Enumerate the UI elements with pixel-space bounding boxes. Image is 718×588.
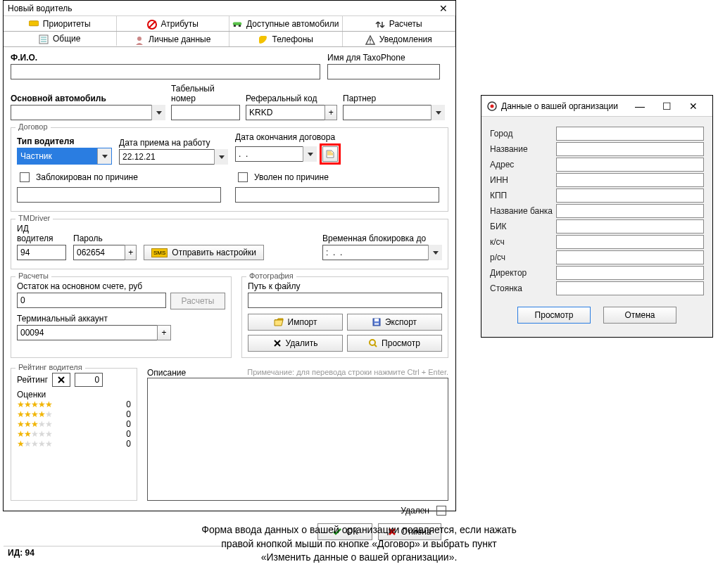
field-label: Адрес [490, 160, 556, 170]
tempblock-input[interactable] [322, 245, 442, 260]
org-cancel-button[interactable]: Отмена [603, 307, 676, 324]
preview-photo-button[interactable]: Просмотр [347, 335, 442, 352]
taxophone-label: Имя для TaxoPhone [327, 53, 440, 63]
tab-notifications[interactable]: Уведомления [343, 32, 456, 46]
parking-input[interactable] [556, 281, 704, 295]
import-button[interactable]: Импорт [248, 314, 343, 331]
name-input[interactable] [556, 142, 704, 156]
fired-reason-input[interactable] [235, 187, 439, 203]
maximize-button[interactable]: ☐ [653, 100, 680, 113]
chevron-down-icon[interactable] [431, 105, 445, 120]
person-icon [134, 35, 144, 44]
tab-label: Личные данные [149, 34, 210, 44]
chevron-down-icon[interactable] [303, 146, 317, 162]
tab-attributes[interactable]: Атрибуты [117, 16, 230, 31]
btn-label: Отправить настройки [172, 248, 256, 257]
ref-input[interactable] [246, 105, 325, 120]
chevron-down-icon[interactable] [214, 149, 228, 165]
password-input[interactable] [73, 245, 125, 260]
svg-point-5 [239, 25, 241, 27]
titlebar: Новый водитель ✕ [4, 1, 455, 16]
fired-checkbox[interactable] [238, 172, 248, 182]
close-button[interactable]: ✕ [436, 2, 451, 15]
driver-type-combo[interactable] [17, 148, 112, 165]
maincar-input[interactable] [11, 105, 165, 120]
tab-available-cars[interactable]: Доступные автомобили [229, 16, 343, 31]
contract-legend: Договор [15, 122, 51, 131]
btn-label: Экспорт [385, 317, 417, 327]
tabel-input[interactable] [171, 105, 240, 120]
director-input[interactable] [556, 266, 704, 280]
pwd-plus-button[interactable]: + [125, 245, 137, 260]
korr-acc-input[interactable] [556, 235, 704, 249]
svg-point-4 [234, 25, 237, 27]
city-input[interactable] [556, 127, 704, 141]
kpp-input[interactable] [556, 188, 704, 203]
settle-acc-input[interactable] [556, 250, 704, 264]
tabel-label: Табельный номер [171, 84, 240, 103]
x-icon [273, 339, 282, 347]
termacc-plus-button[interactable]: + [157, 325, 171, 340]
close-button[interactable]: ✕ [680, 100, 707, 113]
termacc-input[interactable] [17, 325, 158, 340]
priorities-icon [29, 20, 39, 28]
tab-phones[interactable]: Телефоны [229, 32, 343, 46]
contract-doc-button[interactable] [322, 146, 338, 162]
path-input[interactable] [248, 293, 442, 308]
rating-value-box: 0 [75, 373, 103, 387]
calc-legend: Расчеты [15, 271, 51, 280]
maincar-combo[interactable] [11, 105, 165, 120]
tab-personal[interactable]: Личные данные [117, 32, 230, 46]
form-row: Город [490, 127, 704, 141]
tabs-lower: Общие Личные данные Телефоны Уведомления [4, 32, 455, 47]
org-preview-button[interactable]: Просмотр [517, 307, 591, 324]
tab-priorities[interactable]: Приоритеты [4, 16, 117, 31]
desc-hint: Примечание: для перевода строки нажмите … [247, 368, 448, 378]
minimize-button[interactable]: — [626, 100, 653, 113]
bik-input[interactable] [556, 219, 704, 234]
export-button[interactable]: Экспорт [347, 314, 442, 331]
contract-end-combo[interactable] [235, 146, 317, 162]
hire-date-input[interactable] [119, 149, 228, 165]
chevron-down-icon[interactable] [151, 105, 165, 120]
form-row: Название банка [490, 204, 704, 218]
form-row: КПП [490, 188, 704, 203]
plus-button[interactable]: + [325, 105, 337, 120]
hire-date-label: Дата приема на работу [119, 138, 228, 148]
desc-textarea[interactable] [147, 378, 448, 501]
form-icon [39, 34, 49, 43]
fio-input[interactable] [11, 64, 320, 79]
tab-general[interactable]: Общие [4, 32, 117, 46]
tmdriver-group: TMDriver ИД водителя Пароль + SM [11, 219, 448, 269]
field-label: Название [490, 144, 556, 154]
inn-input[interactable] [556, 173, 704, 187]
car-icon [232, 20, 242, 28]
blocked-checkbox[interactable] [20, 172, 30, 182]
calc-button[interactable]: Расчеты [170, 293, 225, 309]
window-title: Новый водитель [8, 4, 73, 13]
hire-date-combo[interactable] [119, 149, 228, 165]
driver-id-input[interactable] [17, 245, 66, 260]
field-label: Директор [490, 268, 556, 278]
taxophone-input[interactable] [327, 64, 440, 79]
bankname-input[interactable] [556, 204, 704, 218]
partner-input[interactable] [343, 105, 445, 120]
blocked-reason-input[interactable] [17, 187, 221, 203]
partner-combo[interactable] [343, 105, 445, 120]
chevron-down-icon[interactable] [428, 245, 442, 260]
contract-end-label: Дата окончания договора [235, 132, 341, 142]
calc-group: Расчеты Остаток на основном счете, руб Р… [11, 276, 232, 358]
delete-button[interactable]: Удалить [248, 335, 343, 352]
send-settings-button[interactable]: SMS Отправить настройки [144, 245, 264, 260]
fio-label: Ф.И.О. [11, 53, 320, 63]
sms-icon: SMS [151, 248, 168, 257]
svg-rect-0 [29, 20, 39, 25]
tempblock-combo[interactable] [322, 245, 442, 260]
tab-calc[interactable]: Расчеты [343, 16, 456, 31]
balance-input[interactable] [17, 293, 166, 308]
svg-line-19 [374, 345, 377, 347]
deleted-checkbox[interactable] [436, 506, 446, 516]
address-input[interactable] [556, 158, 704, 172]
tab-label: Атрибуты [161, 19, 199, 29]
chevron-down-icon[interactable] [97, 148, 111, 164]
